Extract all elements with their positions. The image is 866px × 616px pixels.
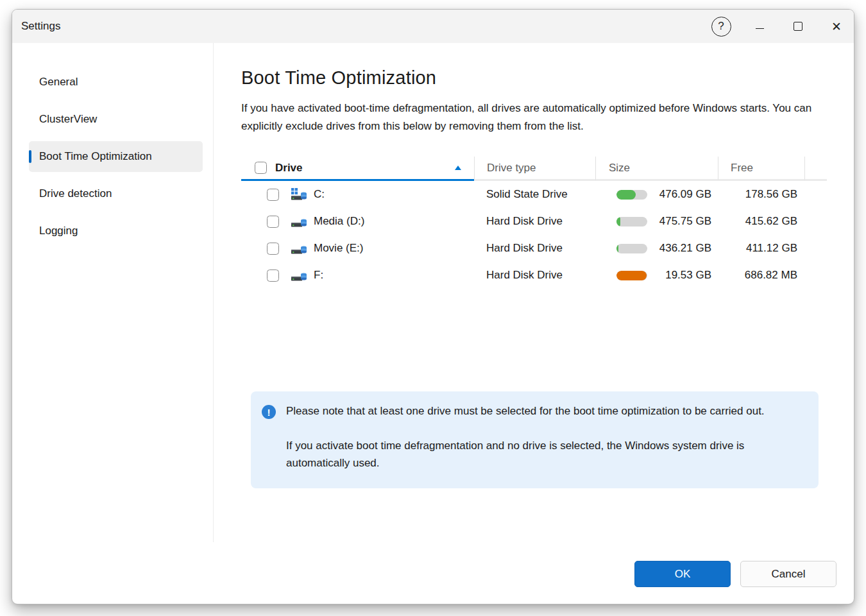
dialog-footer: OK Cancel bbox=[634, 561, 836, 587]
system-drive-icon bbox=[291, 187, 307, 201]
sidebar-item-clusterview[interactable]: ClusterView bbox=[29, 104, 203, 135]
settings-sidebar: General ClusterView Boot Time Optimizati… bbox=[12, 43, 213, 604]
notice-paragraph-1: Please note that at least one drive must… bbox=[286, 402, 804, 420]
drive-size: 475.75 GB bbox=[647, 215, 718, 228]
drive-type: Hard Disk Drive bbox=[474, 269, 595, 282]
drive-free: 415.62 GB bbox=[718, 215, 804, 228]
maximize-icon bbox=[794, 22, 802, 31]
sidebar-item-general[interactable]: General bbox=[29, 67, 203, 98]
column-label-drive: Drive bbox=[275, 162, 303, 175]
table-row-drive-c[interactable]: C: Solid State Drive 476.09 GB 178.56 GB bbox=[241, 181, 827, 208]
hard-drive-icon bbox=[291, 268, 307, 282]
help-button[interactable]: ? bbox=[707, 12, 735, 40]
column-label-free: Free bbox=[731, 162, 753, 175]
column-header-drive-type[interactable]: Drive type bbox=[474, 157, 595, 181]
hard-drive-icon bbox=[291, 241, 307, 255]
column-label-size: Size bbox=[609, 162, 630, 175]
drive-size: 19.53 GB bbox=[647, 269, 718, 282]
drive-name: F: bbox=[314, 269, 323, 282]
sidebar-item-label: General bbox=[39, 76, 78, 89]
select-all-checkbox[interactable] bbox=[255, 162, 267, 174]
page-description: If you have activated boot-time defragme… bbox=[241, 99, 822, 135]
window-title: Settings bbox=[21, 20, 60, 33]
notice-paragraph-2: If you activate boot time defragmentatio… bbox=[286, 437, 804, 472]
drive-checkbox[interactable] bbox=[267, 189, 279, 201]
close-icon: ✕ bbox=[831, 21, 842, 33]
sidebar-item-label: Boot Time Optimization bbox=[39, 150, 152, 163]
sidebar-item-label: Logging bbox=[39, 225, 78, 237]
window-controls: ? ✕ bbox=[697, 12, 851, 40]
column-header-stub bbox=[804, 157, 827, 181]
usage-bar bbox=[616, 190, 647, 200]
sidebar-item-drive-detection[interactable]: Drive detection bbox=[29, 178, 203, 209]
minimize-button[interactable] bbox=[745, 12, 774, 40]
drive-type: Hard Disk Drive bbox=[474, 242, 595, 255]
settings-window: Settings ? ✕ General bbox=[12, 9, 854, 604]
drive-checkbox[interactable] bbox=[267, 270, 279, 282]
notice-box: ! Please note that at least one drive mu… bbox=[251, 391, 819, 488]
info-icon: ! bbox=[262, 405, 276, 419]
main-content: Boot Time Optimization If you have activ… bbox=[213, 43, 854, 604]
usage-bar bbox=[616, 217, 647, 227]
drive-name: Media (D:) bbox=[314, 215, 364, 228]
drive-size: 436.21 GB bbox=[647, 242, 718, 255]
drive-size: 476.09 GB bbox=[647, 188, 718, 201]
column-header-size[interactable]: Size bbox=[595, 157, 718, 181]
drive-table-header: Drive Drive type Size Free bbox=[241, 157, 827, 181]
drive-free: 686.82 MB bbox=[718, 269, 804, 282]
column-header-free[interactable]: Free bbox=[718, 157, 804, 181]
table-row-drive-d[interactable]: Media (D:) Hard Disk Drive 475.75 GB 415… bbox=[241, 208, 827, 235]
drive-name: C: bbox=[314, 188, 325, 201]
drive-type: Hard Disk Drive bbox=[474, 215, 595, 228]
titlebar: Settings ? ✕ bbox=[12, 10, 854, 43]
table-row-drive-e[interactable]: Movie (E:) Hard Disk Drive 436.21 GB 411… bbox=[241, 235, 827, 262]
column-label-drive-type: Drive type bbox=[487, 162, 536, 175]
cancel-button[interactable]: Cancel bbox=[740, 561, 836, 587]
drive-name: Movie (E:) bbox=[314, 242, 363, 255]
drive-type: Solid State Drive bbox=[474, 188, 595, 201]
drive-free: 411.12 GB bbox=[718, 242, 804, 255]
minimize-icon bbox=[756, 28, 764, 29]
sidebar-item-boot-time-optimization[interactable]: Boot Time Optimization bbox=[29, 141, 203, 172]
help-icon: ? bbox=[711, 17, 731, 37]
sidebar-item-label: Drive detection bbox=[39, 187, 112, 200]
sort-ascending-icon bbox=[455, 166, 461, 170]
usage-bar bbox=[616, 244, 647, 253]
selection-accent-bar bbox=[29, 150, 31, 163]
sidebar-item-logging[interactable]: Logging bbox=[29, 216, 203, 246]
drive-checkbox[interactable] bbox=[267, 243, 279, 255]
page-title: Boot Time Optimization bbox=[241, 67, 854, 89]
close-button[interactable]: ✕ bbox=[822, 12, 851, 40]
maximize-button[interactable] bbox=[784, 12, 812, 40]
usage-bar bbox=[616, 271, 647, 280]
table-row-drive-f[interactable]: F: Hard Disk Drive 19.53 GB 686.82 MB bbox=[241, 262, 827, 289]
drive-checkbox[interactable] bbox=[267, 216, 279, 228]
sidebar-item-label: ClusterView bbox=[39, 113, 97, 126]
hard-drive-icon bbox=[291, 214, 307, 228]
column-header-drive[interactable]: Drive bbox=[241, 157, 474, 181]
ok-button[interactable]: OK bbox=[634, 561, 731, 587]
drive-free: 178.56 GB bbox=[718, 188, 804, 201]
drive-table: Drive Drive type Size Free bbox=[241, 157, 827, 289]
